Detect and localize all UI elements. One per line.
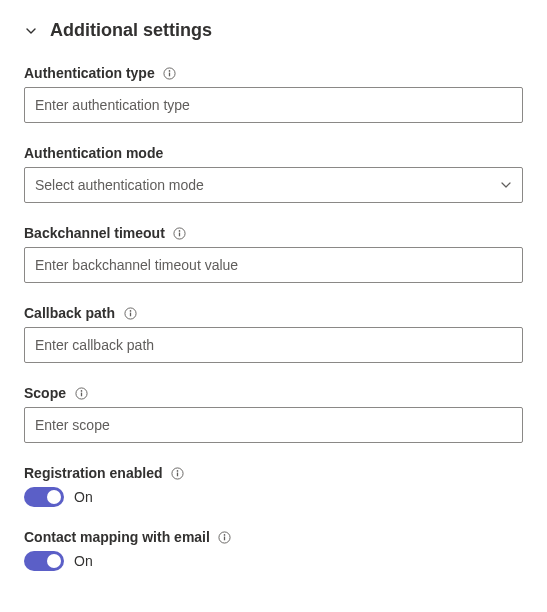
field-authentication-type: Authentication type [24,65,523,123]
info-icon[interactable] [218,530,232,544]
authentication-mode-select-wrap: Select authentication mode [24,167,523,203]
contact-mapping-email-toggle[interactable] [24,551,64,571]
section-header: Additional settings [24,20,523,41]
svg-point-1 [169,70,171,72]
field-registration-enabled: Registration enabled On [24,465,523,507]
chevron-down-icon[interactable] [24,24,38,38]
svg-point-16 [224,534,226,536]
field-label-row: Registration enabled [24,465,523,481]
svg-point-7 [129,310,131,312]
callback-path-input[interactable] [24,327,523,363]
svg-rect-8 [129,312,130,316]
svg-rect-2 [169,72,170,76]
field-authentication-mode: Authentication mode Select authenticatio… [24,145,523,203]
field-backchannel-timeout: Backchannel timeout [24,225,523,283]
field-contact-mapping-email: Contact mapping with email On [24,529,523,571]
field-label-row: Backchannel timeout [24,225,523,241]
info-icon[interactable] [163,66,177,80]
field-label-row: Authentication type [24,65,523,81]
svg-rect-5 [179,232,180,236]
backchannel-timeout-label: Backchannel timeout [24,225,165,241]
svg-point-4 [179,230,181,232]
scope-label: Scope [24,385,66,401]
toggle-row: On [24,487,523,507]
svg-rect-17 [224,536,225,540]
contact-mapping-email-state: On [74,553,93,569]
svg-point-10 [80,390,82,392]
section-title: Additional settings [50,20,212,41]
toggle-knob [47,554,61,568]
field-label-row: Authentication mode [24,145,523,161]
callback-path-label: Callback path [24,305,115,321]
svg-point-13 [177,470,179,472]
svg-rect-14 [177,472,178,476]
contact-mapping-email-label: Contact mapping with email [24,529,210,545]
registration-enabled-toggle[interactable] [24,487,64,507]
info-icon[interactable] [74,386,88,400]
info-icon[interactable] [170,466,184,480]
field-label-row: Callback path [24,305,523,321]
authentication-type-label: Authentication type [24,65,155,81]
svg-rect-11 [80,392,81,396]
authentication-mode-select[interactable]: Select authentication mode [24,167,523,203]
field-label-row: Contact mapping with email [24,529,523,545]
field-callback-path: Callback path [24,305,523,363]
info-icon[interactable] [173,226,187,240]
authentication-type-input[interactable] [24,87,523,123]
toggle-knob [47,490,61,504]
backchannel-timeout-input[interactable] [24,247,523,283]
field-scope: Scope [24,385,523,443]
toggle-row: On [24,551,523,571]
registration-enabled-label: Registration enabled [24,465,162,481]
scope-input[interactable] [24,407,523,443]
authentication-mode-label: Authentication mode [24,145,163,161]
field-label-row: Scope [24,385,523,401]
registration-enabled-state: On [74,489,93,505]
info-icon[interactable] [123,306,137,320]
